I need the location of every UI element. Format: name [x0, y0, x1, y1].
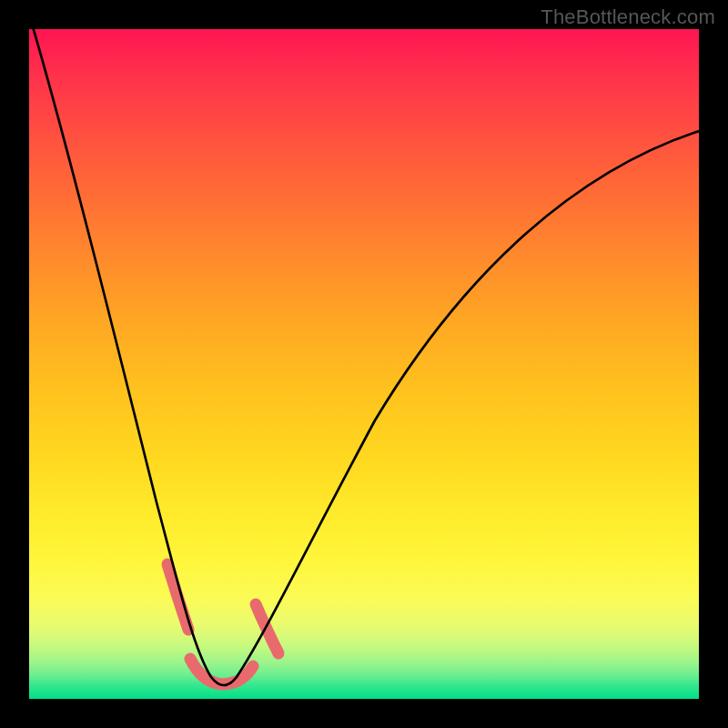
marker-left: [167, 564, 188, 630]
watermark-text: TheBottleneck.com: [541, 5, 715, 29]
curve-layer: [29, 29, 699, 699]
plot-area: [29, 29, 699, 699]
bottleneck-curve: [32, 29, 699, 685]
chart-frame: TheBottleneck.com: [0, 0, 728, 728]
marker-bottom-u: [190, 659, 253, 684]
